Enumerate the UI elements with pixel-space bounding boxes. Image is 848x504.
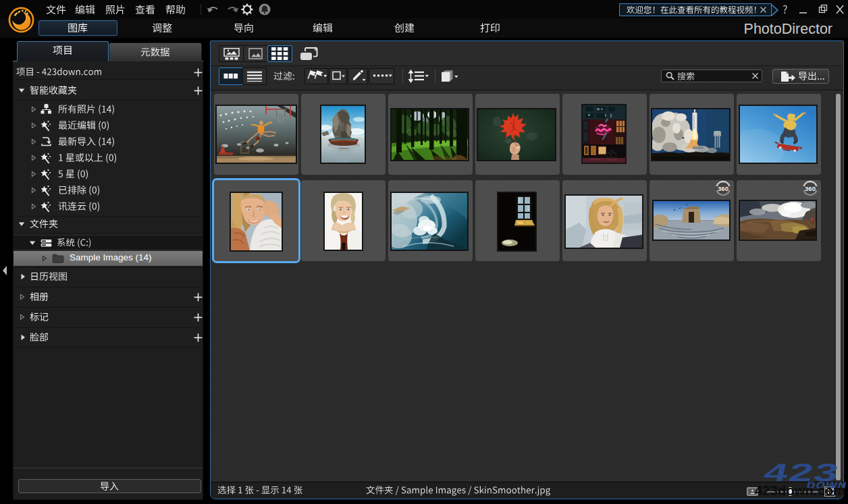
svg-text:423down.com: 423down.com bbox=[755, 483, 845, 498]
svg-text:360: 360 bbox=[718, 185, 728, 192]
svg-text:360: 360 bbox=[805, 185, 816, 192]
